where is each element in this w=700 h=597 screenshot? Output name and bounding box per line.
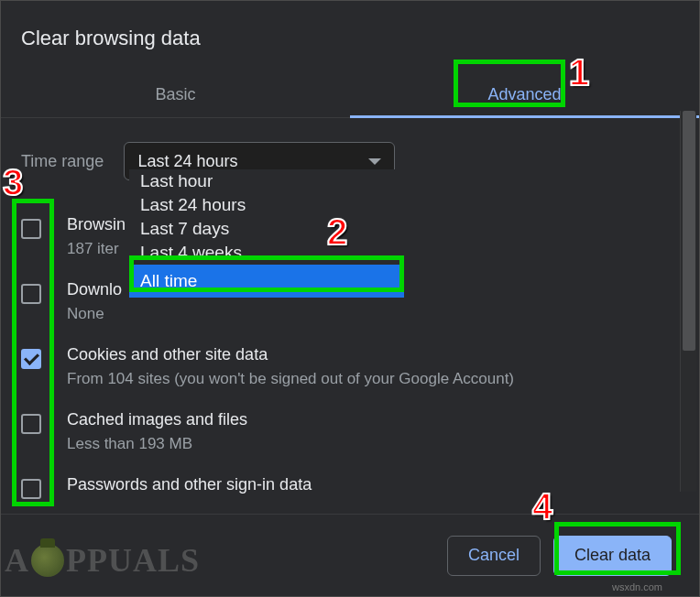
timerange-label: Time range [21,152,104,171]
tab-advanced[interactable]: Advanced [350,76,699,117]
timerange-selected-value: Last 24 hours [137,152,368,171]
cancel-button[interactable]: Cancel [447,536,541,576]
dropdown-item-last-hour[interactable]: Last hour [129,169,404,193]
checkbox-browsing-history[interactable] [21,219,41,239]
list-item: Passwords and other sign-in data [21,464,675,510]
item-title: Cached images and files [67,410,675,429]
clear-browsing-data-dialog: Clear browsing data Basic Advanced Time … [0,0,700,597]
scrollbar-thumb[interactable] [683,111,695,351]
tab-basic[interactable]: Basic [1,76,350,117]
chevron-down-icon [368,158,381,165]
item-sub: Less than 193 MB [67,435,675,453]
list-item: Cached images and files Less than 193 MB [21,399,675,464]
logo-letter: A [5,541,29,580]
appuals-logo: A PPUALS [5,541,200,580]
checkbox-cookies[interactable] [21,349,41,369]
clear-data-button[interactable]: Clear data [553,536,672,576]
dialog-title: Clear browsing data [1,1,699,50]
checkbox-cached[interactable] [21,414,41,434]
checkbox-download-history[interactable] [21,284,41,304]
item-texts: Cookies and other site data From 104 sit… [67,345,675,388]
logo-head-icon [31,544,64,577]
item-title: Cookies and other site data [67,345,675,364]
scrollbar-track[interactable] [680,111,696,492]
logo-text: PPUALS [66,541,200,580]
item-sub: From 104 sites (you won't be signed out … [67,370,675,388]
checkbox-passwords[interactable] [21,479,41,499]
dropdown-item-last-4-weeks[interactable]: Last 4 weeks [129,241,404,265]
item-texts: Passwords and other sign-in data [67,475,675,494]
timerange-dropdown: Last hour Last 24 hours Last 7 days Last… [129,169,404,298]
item-texts: Cached images and files Less than 193 MB [67,410,675,453]
tabs: Basic Advanced [1,76,699,118]
list-item: Cookies and other site data From 104 sit… [21,334,675,399]
dropdown-item-last-24-hours[interactable]: Last 24 hours [129,193,404,217]
item-title: Passwords and other sign-in data [67,475,675,494]
dropdown-item-last-7-days[interactable]: Last 7 days [129,217,404,241]
watermark: wsxdn.com [612,581,662,592]
dropdown-item-all-time[interactable]: All time [129,265,404,298]
item-sub: None [67,305,675,323]
